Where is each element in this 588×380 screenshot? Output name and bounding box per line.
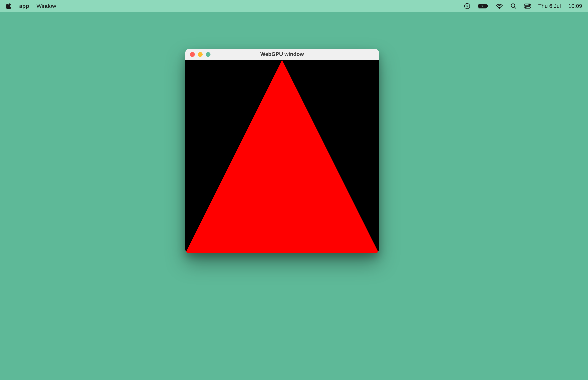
traffic-lights [190,52,210,57]
maximize-button[interactable] [206,52,210,57]
svg-line-6 [514,7,516,8]
svg-point-4 [499,8,500,9]
battery-icon[interactable] [478,3,488,9]
red-triangle [185,60,379,253]
close-button[interactable] [190,52,195,57]
play-circle-icon[interactable] [464,3,470,9]
render-canvas [185,60,379,253]
menubar: app Window [0,0,588,12]
status-time[interactable]: 10:09 [568,3,582,9]
svg-point-8 [529,4,530,5]
app-window: WebGPU window [185,49,379,253]
search-icon[interactable] [510,3,517,9]
window-titlebar[interactable]: WebGPU window [185,49,379,60]
menu-app-name[interactable]: app [19,3,29,9]
minimize-button[interactable] [198,52,203,57]
menubar-left: app Window [6,3,56,9]
svg-rect-3 [487,5,488,7]
svg-point-10 [525,7,526,8]
status-date[interactable]: Thu 6 Jul [538,3,561,9]
menu-item-window[interactable]: Window [37,3,56,9]
wifi-icon[interactable] [496,3,503,9]
svg-marker-11 [185,60,379,253]
apple-logo-icon[interactable] [6,3,12,9]
window-title: WebGPU window [185,51,379,57]
menubar-right: Thu 6 Jul 10:09 [464,3,582,9]
control-center-icon[interactable] [524,3,531,9]
